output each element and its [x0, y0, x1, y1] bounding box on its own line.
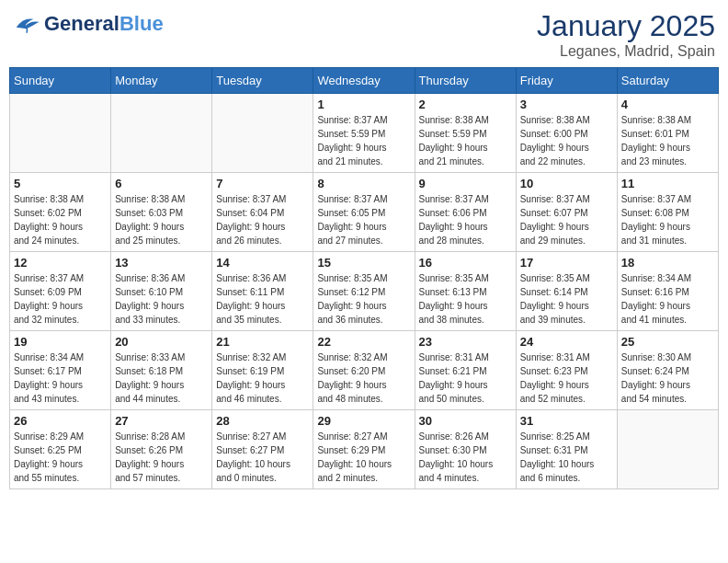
calendar-day-cell: 19Sunrise: 8:34 AM Sunset: 6:17 PM Dayli…	[10, 331, 111, 410]
calendar-day-cell: 16Sunrise: 8:35 AM Sunset: 6:13 PM Dayli…	[415, 252, 516, 331]
day-info: Sunrise: 8:27 AM Sunset: 6:29 PM Dayligh…	[317, 430, 410, 485]
calendar-day-cell: 10Sunrise: 8:37 AM Sunset: 6:07 PM Dayli…	[516, 173, 617, 252]
day-number: 1	[317, 98, 410, 111]
weekday-header-row: SundayMondayTuesdayWednesdayThursdayFrid…	[10, 68, 719, 94]
day-info: Sunrise: 8:37 AM Sunset: 6:04 PM Dayligh…	[216, 192, 309, 247]
calendar-day-cell: 4Sunrise: 8:38 AM Sunset: 6:01 PM Daylig…	[617, 94, 718, 173]
weekday-header: Thursday	[415, 68, 516, 94]
day-info: Sunrise: 8:34 AM Sunset: 6:17 PM Dayligh…	[14, 350, 107, 406]
day-number: 16	[419, 256, 512, 270]
day-info: Sunrise: 8:35 AM Sunset: 6:13 PM Dayligh…	[419, 271, 512, 327]
day-number: 14	[216, 256, 309, 270]
logo-blue: Blue	[119, 12, 164, 35]
weekday-header: Sunday	[10, 68, 111, 94]
calendar-day-cell: 17Sunrise: 8:35 AM Sunset: 6:14 PM Dayli…	[516, 252, 617, 331]
day-number: 11	[621, 177, 714, 190]
weekday-header: Friday	[516, 68, 617, 94]
calendar-day-cell: 26Sunrise: 8:29 AM Sunset: 6:25 PM Dayli…	[10, 410, 111, 489]
day-info: Sunrise: 8:38 AM Sunset: 6:01 PM Dayligh…	[621, 113, 714, 168]
day-info: Sunrise: 8:37 AM Sunset: 6:08 PM Dayligh…	[621, 192, 714, 247]
day-number: 7	[216, 177, 309, 190]
day-number: 2	[419, 98, 512, 111]
day-number: 15	[317, 256, 410, 270]
day-info: Sunrise: 8:27 AM Sunset: 6:27 PM Dayligh…	[216, 430, 309, 485]
day-number: 4	[621, 98, 714, 111]
day-number: 22	[317, 335, 410, 349]
calendar-week-row: 1Sunrise: 8:37 AM Sunset: 5:59 PM Daylig…	[10, 94, 719, 173]
day-number: 9	[419, 177, 512, 190]
day-number: 21	[216, 335, 309, 349]
calendar-day-cell: 11Sunrise: 8:37 AM Sunset: 6:08 PM Dayli…	[617, 173, 718, 252]
calendar-day-cell	[212, 94, 313, 173]
day-info: Sunrise: 8:32 AM Sunset: 6:19 PM Dayligh…	[216, 350, 309, 406]
logo-icon	[13, 13, 40, 35]
day-info: Sunrise: 8:37 AM Sunset: 6:07 PM Dayligh…	[520, 192, 613, 247]
day-info: Sunrise: 8:35 AM Sunset: 6:12 PM Dayligh…	[317, 271, 410, 327]
calendar-day-cell: 21Sunrise: 8:32 AM Sunset: 6:19 PM Dayli…	[212, 331, 313, 410]
day-info: Sunrise: 8:31 AM Sunset: 6:21 PM Dayligh…	[419, 350, 512, 406]
calendar-day-cell: 29Sunrise: 8:27 AM Sunset: 6:29 PM Dayli…	[313, 410, 415, 489]
calendar-day-cell: 5Sunrise: 8:38 AM Sunset: 6:02 PM Daylig…	[10, 173, 111, 252]
calendar-day-cell: 2Sunrise: 8:38 AM Sunset: 5:59 PM Daylig…	[415, 94, 516, 173]
logo: GeneralBlue	[13, 13, 164, 35]
day-info: Sunrise: 8:30 AM Sunset: 6:24 PM Dayligh…	[621, 350, 714, 406]
day-info: Sunrise: 8:33 AM Sunset: 6:18 PM Dayligh…	[115, 350, 208, 406]
calendar-day-cell: 24Sunrise: 8:31 AM Sunset: 6:23 PM Dayli…	[516, 331, 617, 410]
calendar-day-cell	[111, 94, 212, 173]
calendar-day-cell: 18Sunrise: 8:34 AM Sunset: 6:16 PM Dayli…	[617, 252, 718, 331]
day-number: 19	[14, 335, 107, 349]
day-number: 30	[419, 414, 512, 428]
month-title: January 2025	[537, 9, 715, 43]
day-number: 24	[520, 335, 613, 349]
weekday-header: Tuesday	[212, 68, 313, 94]
day-info: Sunrise: 8:38 AM Sunset: 6:02 PM Dayligh…	[14, 192, 107, 247]
day-info: Sunrise: 8:35 AM Sunset: 6:14 PM Dayligh…	[520, 271, 613, 327]
calendar-day-cell: 3Sunrise: 8:38 AM Sunset: 6:00 PM Daylig…	[516, 94, 617, 173]
calendar-day-cell: 22Sunrise: 8:32 AM Sunset: 6:20 PM Dayli…	[313, 331, 415, 410]
day-number: 3	[520, 98, 613, 111]
calendar-day-cell: 9Sunrise: 8:37 AM Sunset: 6:06 PM Daylig…	[415, 173, 516, 252]
title-area: January 2025 Leganes, Madrid, Spain	[537, 9, 715, 60]
calendar-week-row: 5Sunrise: 8:38 AM Sunset: 6:02 PM Daylig…	[10, 173, 719, 252]
day-info: Sunrise: 8:37 AM Sunset: 5:59 PM Dayligh…	[317, 113, 410, 168]
weekday-header: Saturday	[617, 68, 718, 94]
calendar-table: SundayMondayTuesdayWednesdayThursdayFrid…	[9, 67, 719, 489]
day-number: 25	[621, 335, 714, 349]
day-info: Sunrise: 8:38 AM Sunset: 6:03 PM Dayligh…	[115, 192, 208, 247]
day-number: 31	[520, 414, 613, 428]
calendar-day-cell: 1Sunrise: 8:37 AM Sunset: 5:59 PM Daylig…	[313, 94, 415, 173]
calendar-week-row: 12Sunrise: 8:37 AM Sunset: 6:09 PM Dayli…	[10, 252, 719, 331]
day-info: Sunrise: 8:34 AM Sunset: 6:16 PM Dayligh…	[621, 271, 714, 327]
weekday-header: Monday	[111, 68, 212, 94]
day-number: 18	[621, 256, 714, 270]
logo-general: General	[44, 12, 119, 35]
day-number: 5	[14, 177, 107, 190]
calendar-day-cell: 25Sunrise: 8:30 AM Sunset: 6:24 PM Dayli…	[617, 331, 718, 410]
calendar-day-cell: 20Sunrise: 8:33 AM Sunset: 6:18 PM Dayli…	[111, 331, 212, 410]
day-info: Sunrise: 8:37 AM Sunset: 6:06 PM Dayligh…	[419, 192, 512, 247]
day-info: Sunrise: 8:31 AM Sunset: 6:23 PM Dayligh…	[520, 350, 613, 406]
day-info: Sunrise: 8:25 AM Sunset: 6:31 PM Dayligh…	[520, 430, 613, 485]
day-info: Sunrise: 8:37 AM Sunset: 6:05 PM Dayligh…	[317, 192, 410, 247]
weekday-header: Wednesday	[313, 68, 415, 94]
day-number: 12	[14, 256, 107, 270]
calendar-day-cell: 23Sunrise: 8:31 AM Sunset: 6:21 PM Dayli…	[415, 331, 516, 410]
page-header: GeneralBlue January 2025 Leganes, Madrid…	[9, 9, 719, 60]
calendar-week-row: 26Sunrise: 8:29 AM Sunset: 6:25 PM Dayli…	[10, 410, 719, 489]
calendar-day-cell: 31Sunrise: 8:25 AM Sunset: 6:31 PM Dayli…	[516, 410, 617, 489]
calendar-day-cell: 6Sunrise: 8:38 AM Sunset: 6:03 PM Daylig…	[111, 173, 212, 252]
day-info: Sunrise: 8:28 AM Sunset: 6:26 PM Dayligh…	[115, 430, 208, 485]
calendar-day-cell	[10, 94, 111, 173]
day-info: Sunrise: 8:37 AM Sunset: 6:09 PM Dayligh…	[14, 271, 107, 327]
day-info: Sunrise: 8:32 AM Sunset: 6:20 PM Dayligh…	[317, 350, 410, 406]
day-info: Sunrise: 8:36 AM Sunset: 6:10 PM Dayligh…	[115, 271, 208, 327]
day-number: 26	[14, 414, 107, 428]
day-info: Sunrise: 8:29 AM Sunset: 6:25 PM Dayligh…	[14, 430, 107, 485]
calendar-day-cell: 12Sunrise: 8:37 AM Sunset: 6:09 PM Dayli…	[10, 252, 111, 331]
day-number: 27	[115, 414, 208, 428]
day-info: Sunrise: 8:36 AM Sunset: 6:11 PM Dayligh…	[216, 271, 309, 327]
day-number: 28	[216, 414, 309, 428]
day-number: 23	[419, 335, 512, 349]
day-number: 8	[317, 177, 410, 190]
day-number: 10	[520, 177, 613, 190]
